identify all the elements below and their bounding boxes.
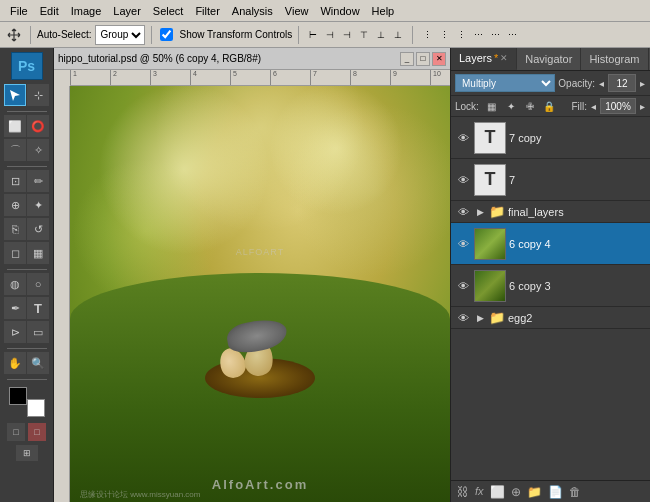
lasso-tools: ⌒ ✧	[4, 139, 50, 161]
screen-mode[interactable]: ⊞	[16, 445, 38, 461]
menu-select[interactable]: Select	[147, 3, 190, 19]
lock-position-icon[interactable]: ✙	[522, 98, 538, 114]
opacity-decrease[interactable]: ◂	[598, 78, 605, 89]
link-layers-icon[interactable]: ⛓	[457, 485, 469, 499]
canvas-content[interactable]: ALFOART AlfoArt.com 思缘设计论坛 www.missyuan.…	[70, 86, 450, 502]
standard-mode[interactable]: □	[7, 423, 25, 441]
dist-middle-icon[interactable]: ⋯	[487, 27, 503, 43]
layer-expand-egg2[interactable]: ▶	[474, 312, 486, 324]
layer-eye-7copy[interactable]: 👁	[455, 130, 471, 146]
new-adjustment-icon[interactable]: ⊕	[511, 485, 521, 499]
tab-histogram[interactable]: Histogram	[581, 48, 648, 70]
crop-tool[interactable]: ⊡	[4, 170, 26, 192]
foreground-color[interactable]	[9, 387, 27, 405]
menu-help[interactable]: Help	[366, 3, 401, 19]
dist-center-h-icon[interactable]: ⋮	[436, 27, 452, 43]
layer-eye-6copy4[interactable]: 👁	[455, 236, 471, 252]
lock-image-icon[interactable]: ✦	[503, 98, 519, 114]
magic-wand-tool[interactable]: ✧	[27, 139, 49, 161]
layer-expand-final-layers[interactable]: ▶	[474, 206, 486, 218]
dist-left-icon[interactable]: ⋮	[419, 27, 435, 43]
quick-mask-mode[interactable]: □	[28, 423, 46, 441]
eyedropper-tool[interactable]: ✏	[27, 170, 49, 192]
color-swatches[interactable]	[9, 387, 45, 417]
align-bottom-icon[interactable]: ⊥	[390, 27, 406, 43]
eraser-tool[interactable]: ◻	[4, 242, 26, 264]
dist-right-icon[interactable]: ⋮	[453, 27, 469, 43]
layer-name-7copy: 7 copy	[509, 132, 646, 144]
layer-item-final-layers[interactable]: 👁 ▶ 📁 final_layers	[451, 201, 650, 223]
opacity-input[interactable]	[608, 74, 636, 92]
hand-tool[interactable]: ✋	[4, 352, 26, 374]
dist-top-icon[interactable]: ⋯	[470, 27, 486, 43]
dist-bottom-icon[interactable]: ⋯	[504, 27, 520, 43]
blur-tool[interactable]: ◍	[4, 273, 26, 295]
marquee-rect-tool[interactable]: ⬜	[4, 115, 26, 137]
align-right-icon[interactable]: ⊣	[339, 27, 355, 43]
minimize-button[interactable]: _	[400, 52, 414, 66]
lasso-tool[interactable]: ⌒	[4, 139, 26, 161]
align-top-icon[interactable]: ⊤	[356, 27, 372, 43]
move-tool[interactable]	[4, 84, 26, 106]
new-group-icon[interactable]: 📁	[527, 485, 542, 499]
tab-navigator[interactable]: Navigator	[517, 48, 581, 70]
delete-layer-icon[interactable]: 🗑	[569, 485, 581, 499]
dodge-tool[interactable]: ○	[27, 273, 49, 295]
gradient-tool[interactable]: ▦	[27, 242, 49, 264]
layers-tab-close[interactable]: ✕	[500, 53, 508, 63]
fill-input[interactable]	[600, 98, 636, 114]
show-transform-checkbox[interactable]	[160, 28, 173, 41]
screen-mode-btn[interactable]: ⊞	[16, 445, 38, 461]
brush-tool[interactable]: ✦	[27, 194, 49, 216]
align-center-h-icon[interactable]: ⊣	[322, 27, 338, 43]
menu-layer[interactable]: Layer	[107, 3, 147, 19]
close-button[interactable]: ✕	[432, 52, 446, 66]
layer-item-7[interactable]: 👁 T 7	[451, 159, 650, 201]
artboard-tool[interactable]: ⊹	[27, 84, 49, 106]
menu-analysis[interactable]: Analysis	[226, 3, 279, 19]
path-select-tool[interactable]: ⊳	[4, 321, 26, 343]
add-mask-icon[interactable]: ⬜	[490, 485, 505, 499]
layer-eye-7[interactable]: 👁	[455, 172, 471, 188]
canvas-row: ALFOART AlfoArt.com 思缘设计论坛 www.missyuan.…	[54, 86, 450, 502]
layer-item-6copy3[interactable]: 👁 6 copy 3	[451, 265, 650, 307]
move-tool-icon[interactable]	[4, 25, 24, 45]
maximize-button[interactable]: □	[416, 52, 430, 66]
fill-decrease[interactable]: ◂	[590, 101, 597, 112]
layer-item-7copy[interactable]: 👁 T 7 copy	[451, 117, 650, 159]
lock-all-icon[interactable]: 🔒	[541, 98, 557, 114]
shape-tool[interactable]: ▭	[27, 321, 49, 343]
clone-stamp-tool[interactable]: ⎘	[4, 218, 26, 240]
type-tool[interactable]: T	[27, 297, 49, 319]
opacity-increase[interactable]: ▸	[639, 78, 646, 89]
menu-file[interactable]: File	[4, 3, 34, 19]
lock-transparent-icon[interactable]: ▦	[484, 98, 500, 114]
zoom-tool[interactable]: 🔍	[27, 352, 49, 374]
spot-heal-tool[interactable]: ⊕	[4, 194, 26, 216]
tab-layers[interactable]: Layers * ✕	[451, 48, 517, 70]
history-brush-tool[interactable]: ↺	[27, 218, 49, 240]
layer-item-6copy4[interactable]: 👁 6 copy 4	[451, 223, 650, 265]
layer-eye-egg2[interactable]: 👁	[455, 310, 471, 326]
tools-panel: Ps ⊹ ⬜ ⭕ ⌒ ✧ ⊡	[0, 48, 54, 502]
pen-tool[interactable]: ✒	[4, 297, 26, 319]
horizontal-ruler: 1 2 3 4 5 6 7 8 9 10	[70, 70, 450, 86]
main-area: Ps ⊹ ⬜ ⭕ ⌒ ✧ ⊡	[0, 48, 650, 502]
layer-fx-icon[interactable]: fx	[475, 485, 484, 499]
layer-eye-6copy3[interactable]: 👁	[455, 278, 471, 294]
menu-edit[interactable]: Edit	[34, 3, 65, 19]
menu-image[interactable]: Image	[65, 3, 108, 19]
menu-filter[interactable]: Filter	[189, 3, 225, 19]
layer-eye-final-layers[interactable]: 👁	[455, 204, 471, 220]
background-color[interactable]	[27, 399, 45, 417]
align-left-icon[interactable]: ⊢	[305, 27, 321, 43]
align-middle-icon[interactable]: ⊥	[373, 27, 389, 43]
blend-mode-select[interactable]: Multiply Normal Screen Overlay	[455, 74, 555, 92]
marquee-ellipse-tool[interactable]: ⭕	[27, 115, 49, 137]
menu-view[interactable]: View	[279, 3, 315, 19]
new-layer-icon[interactable]: 📄	[548, 485, 563, 499]
layer-item-egg2[interactable]: 👁 ▶ 📁 egg2	[451, 307, 650, 329]
autoselect-dropdown[interactable]: Group Layer	[95, 25, 145, 45]
menu-window[interactable]: Window	[314, 3, 365, 19]
fill-increase[interactable]: ▸	[639, 101, 646, 112]
